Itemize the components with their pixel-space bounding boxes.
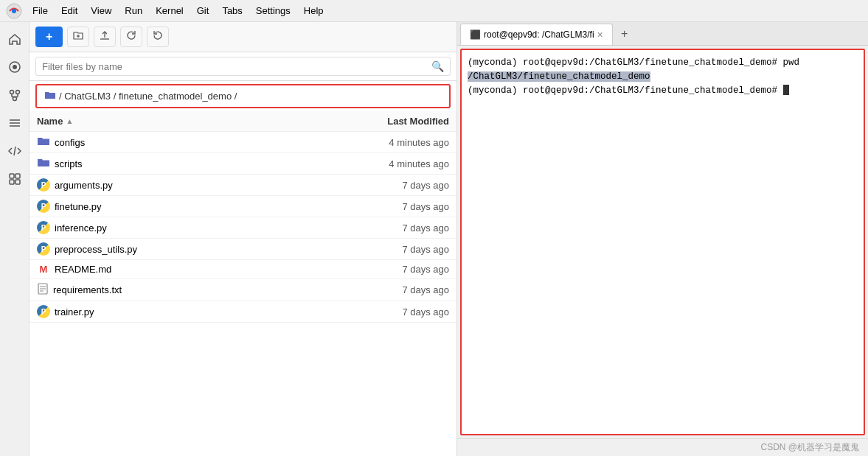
file-name-text: inference.py [55, 222, 107, 234]
file-name-cell: configs [37, 136, 346, 149]
svg-point-3 [13, 65, 17, 69]
terminal-icon: ⬛ [470, 29, 481, 40]
table-row[interactable]: P trainer.py 7 days ago [29, 301, 456, 323]
sidebar-icon-puzzle[interactable] [4, 168, 26, 190]
menu-edit[interactable]: Edit [55, 4, 83, 18]
markdown-icon: M [37, 264, 50, 275]
breadcrumb: / ChatGLM3 / finetune_chatmodel_demo / [35, 84, 451, 108]
table-row[interactable]: P preprocess_utils.py 7 days ago [29, 239, 456, 260]
file-date-cell: 7 days ago [346, 244, 449, 255]
table-row[interactable]: configs 4 minutes ago [29, 132, 456, 153]
table-row[interactable]: M README.md 7 days ago [29, 260, 456, 279]
col-modified-label: Last Modified [346, 116, 449, 127]
python-icon: P [37, 178, 50, 192]
sidebar-icon-git[interactable] [4, 84, 26, 106]
search-bar: 🔍 [29, 52, 456, 81]
sidebar-icon-code[interactable] [4, 140, 26, 162]
sidebar-icon-home[interactable] [4, 28, 26, 50]
file-name-cell: P finetune.py [37, 200, 346, 213]
file-date-cell: 7 days ago [346, 264, 449, 275]
titlebar: File Edit View Run Kernel Git Tabs Setti… [0, 0, 868, 22]
file-date-cell: 7 days ago [346, 222, 449, 234]
search-input-wrap: 🔍 [35, 57, 451, 76]
file-name-text: configs [55, 137, 85, 148]
file-name-cell: P preprocess_utils.py [37, 242, 346, 256]
file-name-cell: P inference.py [37, 221, 346, 234]
file-list: Name ▲ Last Modified configs 4 minutes a… [29, 111, 456, 456]
menu-run[interactable]: Run [119, 4, 148, 18]
plus-icon: + [46, 30, 52, 43]
file-name-cell: scripts [37, 157, 346, 170]
terminal-line: /ChatGLM3/finetune_chatmodel_demo [468, 70, 858, 84]
menu-kernel[interactable]: Kernel [150, 4, 190, 18]
main-layout: + [0, 22, 868, 456]
sidebar-icon-list[interactable] [4, 112, 26, 134]
file-name-cell: P trainer.py [37, 305, 346, 318]
table-row[interactable]: P inference.py 7 days ago [29, 217, 456, 239]
file-name-cell: M README.md [37, 264, 346, 275]
sort-asc-icon: ▲ [66, 117, 73, 125]
file-name-text: preprocess_utils.py [55, 244, 137, 255]
folder-icon [44, 90, 56, 102]
table-row[interactable]: requirements.txt 7 days ago [29, 279, 456, 301]
app-logo [6, 3, 22, 19]
upload-button[interactable] [94, 27, 116, 47]
watermark: CSDN @机器学习是魔鬼 [760, 441, 859, 454]
undo-button[interactable] [147, 27, 169, 47]
svg-rect-18 [15, 180, 20, 184]
toolbar: + [29, 22, 456, 52]
python-icon: P [37, 305, 50, 318]
file-date-cell: 7 days ago [346, 201, 449, 212]
python-icon: P [37, 200, 50, 213]
svg-rect-17 [10, 180, 14, 184]
menu-settings[interactable]: Settings [250, 4, 296, 18]
file-panel: + [29, 22, 457, 456]
svg-rect-16 [15, 174, 20, 178]
file-date-cell: 7 days ago [346, 180, 449, 191]
svg-point-4 [10, 91, 13, 94]
new-button[interactable]: + [35, 27, 63, 47]
search-icon: 🔍 [431, 60, 444, 72]
table-row[interactable]: P finetune.py 7 days ago [29, 196, 456, 217]
sidebar-icon-files[interactable] [4, 56, 26, 78]
menu-tabs[interactable]: Tabs [216, 4, 248, 18]
python-icon: P [37, 242, 50, 256]
folder-icon [37, 136, 50, 149]
terminal-content[interactable]: (myconda) root@qepv9d:/ChatGLM3/finetune… [460, 49, 865, 435]
folder-new-icon [72, 29, 84, 44]
tab-bar: ⬛ root@qepv9d: /ChatGLM3/fi × + [457, 22, 868, 46]
terminal-highlight: /ChatGLM3/finetune_chatmodel_demo [468, 71, 650, 82]
table-row[interactable]: scripts 4 minutes ago [29, 153, 456, 175]
file-name-text: arguments.py [55, 180, 113, 191]
menu-file[interactable]: File [27, 4, 54, 18]
file-rows-container: configs 4 minutes ago scripts 4 minutes … [29, 132, 456, 323]
folder-icon [37, 157, 50, 170]
search-input[interactable] [42, 61, 431, 72]
upload-icon [99, 29, 111, 44]
tab-add-button[interactable]: + [616, 25, 633, 43]
file-date-cell: 7 days ago [346, 284, 449, 295]
menu-git[interactable]: Git [191, 4, 215, 18]
new-folder-button[interactable] [67, 27, 89, 47]
undo-icon [152, 29, 164, 44]
svg-point-1 [12, 9, 16, 13]
menu-view[interactable]: View [85, 4, 117, 18]
table-row[interactable]: P arguments.py 7 days ago [29, 175, 456, 196]
file-name-text: requirements.txt [53, 284, 122, 295]
refresh-button[interactable] [120, 27, 142, 47]
terminal-panel: ⬛ root@qepv9d: /ChatGLM3/fi × + (myconda… [457, 22, 868, 456]
python-icon: P [37, 221, 50, 234]
file-name-text: trainer.py [55, 306, 94, 318]
file-name-cell: requirements.txt [37, 283, 346, 297]
terminal-cursor [783, 85, 789, 95]
col-name-label: Name [37, 116, 63, 127]
menubar: File Edit View Run Kernel Git Tabs Setti… [27, 4, 330, 18]
terminal-line: (myconda) root@qepv9d:/ChatGLM3/finetune… [468, 56, 858, 70]
file-name-cell: P arguments.py [37, 178, 346, 192]
text-file-icon [37, 283, 49, 297]
terminal-tab[interactable]: ⬛ root@qepv9d: /ChatGLM3/fi × [460, 24, 613, 45]
tab-close-button[interactable]: × [597, 29, 603, 41]
file-list-header: Name ▲ Last Modified [29, 111, 456, 132]
file-date-cell: 4 minutes ago [346, 158, 449, 169]
menu-help[interactable]: Help [298, 4, 330, 18]
